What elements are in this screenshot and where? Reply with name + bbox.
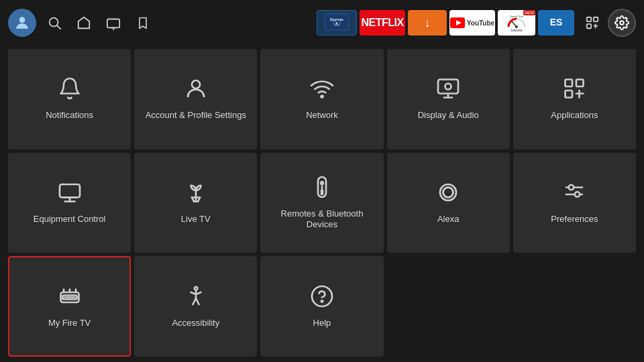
grid-icon[interactable]	[581, 11, 604, 34]
svg-point-68	[321, 300, 323, 302]
app-shortcuts: Express VPN e NETFLIX ↓ Y	[317, 10, 574, 36]
wifi-icon	[310, 76, 334, 103]
app-speedtest[interactable]: NEW Internet Speed Test	[498, 10, 535, 36]
user-avatar[interactable]	[8, 9, 36, 37]
tile-applications[interactable]: Applications	[513, 49, 636, 149]
display-label: Display & Audio	[418, 110, 479, 121]
search-icon[interactable]	[43, 11, 66, 34]
help-icon	[310, 284, 334, 311]
network-label: Network	[306, 110, 338, 121]
expressvpn-label: Express VPN e	[323, 13, 350, 34]
svg-rect-32	[576, 80, 584, 87]
svg-rect-29	[438, 80, 458, 94]
help-label: Help	[313, 318, 331, 329]
settings-icon[interactable]	[608, 9, 636, 37]
svg-point-50	[443, 188, 453, 198]
accessibility-label: Accessibility	[172, 318, 219, 329]
nav-left	[8, 9, 154, 37]
tile-help[interactable]: Help	[260, 256, 383, 357]
equipment-label: Equipment Control	[34, 214, 106, 225]
applications-label: Applications	[551, 110, 598, 121]
speedtest-badge: NEW	[523, 10, 535, 15]
notifications-label: Notifications	[46, 110, 93, 121]
tile-display[interactable]: Display & Audio	[387, 49, 510, 149]
nav-right-icons	[581, 9, 636, 37]
svg-point-48	[321, 192, 323, 194]
alexa-icon	[436, 180, 460, 207]
settings-grid: Notifications Account & Profile Settings…	[0, 46, 644, 362]
display-icon	[436, 76, 460, 103]
antenna-icon	[184, 180, 208, 207]
livetv-label: Live TV	[181, 214, 211, 225]
tile-equipment[interactable]: Equipment Control	[8, 153, 131, 253]
bookmark-icon[interactable]	[131, 11, 154, 34]
svg-point-61	[195, 286, 198, 290]
tile-livetv[interactable]: Live TV	[134, 153, 257, 253]
svg-point-0	[19, 17, 25, 23]
top-nav: Express VPN e NETFLIX ↓ Y	[0, 0, 644, 46]
svg-rect-36	[60, 184, 80, 198]
svg-text:Internet: Internet	[511, 28, 523, 32]
svg-point-47	[321, 190, 323, 191]
svg-point-26	[620, 21, 624, 25]
svg-text:↓: ↓	[425, 16, 431, 29]
tile-accessibility[interactable]: Accessibility	[134, 256, 257, 357]
svg-text:Speed Test: Speed Test	[510, 15, 524, 18]
app-downloader[interactable]: ↓	[408, 10, 447, 36]
svg-line-66	[196, 298, 199, 304]
svg-rect-31	[566, 80, 573, 87]
remote-icon	[310, 175, 334, 202]
tile-myfiretv[interactable]: My Fire TV	[8, 256, 131, 357]
youtube-label: YouTube	[467, 19, 494, 27]
svg-point-27	[192, 80, 200, 88]
svg-line-2	[57, 25, 60, 29]
svg-rect-22	[594, 17, 598, 21]
tile-network[interactable]: Network	[260, 49, 383, 149]
bell-icon	[58, 76, 82, 103]
tile-notifications[interactable]: Notifications	[8, 49, 131, 149]
tv-monitor-icon	[58, 180, 82, 207]
home-icon[interactable]	[72, 11, 95, 34]
accessibility-icon	[184, 284, 208, 311]
app-es[interactable]: ES	[538, 10, 574, 36]
svg-point-67	[312, 286, 332, 306]
svg-rect-21	[587, 17, 591, 21]
tile-alexa[interactable]: Alexa	[387, 153, 510, 253]
preferences-label: Preferences	[551, 214, 598, 225]
person-icon	[184, 76, 208, 103]
svg-rect-33	[566, 90, 573, 98]
myfiretv-label: My Fire TV	[48, 318, 91, 329]
svg-text:ES: ES	[550, 17, 563, 27]
svg-point-45	[321, 182, 323, 184]
tile-account[interactable]: Account & Profile Settings	[134, 49, 257, 149]
remotes-label: Remotes & Bluetooth Devices	[267, 208, 376, 231]
tile-preferences[interactable]: Preferences	[513, 153, 636, 253]
alexa-label: Alexa	[437, 214, 460, 225]
tile-remotes[interactable]: Remotes & Bluetooth Devices	[260, 153, 383, 253]
sliders-icon	[562, 180, 586, 207]
svg-point-53	[569, 185, 574, 190]
app-expressvpn[interactable]: Express VPN e	[317, 10, 357, 36]
tv-icon[interactable]	[102, 11, 125, 34]
app-youtube[interactable]: YouTube	[449, 10, 495, 36]
svg-point-28	[321, 96, 323, 98]
svg-rect-23	[587, 24, 591, 28]
apps-icon	[562, 76, 586, 103]
netflix-label: NETFLIX	[361, 17, 403, 29]
svg-point-54	[575, 192, 580, 197]
account-label: Account & Profile Settings	[146, 110, 246, 121]
firetv-icon	[58, 284, 82, 311]
svg-point-30	[445, 84, 451, 90]
svg-rect-3	[107, 19, 119, 28]
app-netflix[interactable]: NETFLIX	[360, 10, 405, 36]
